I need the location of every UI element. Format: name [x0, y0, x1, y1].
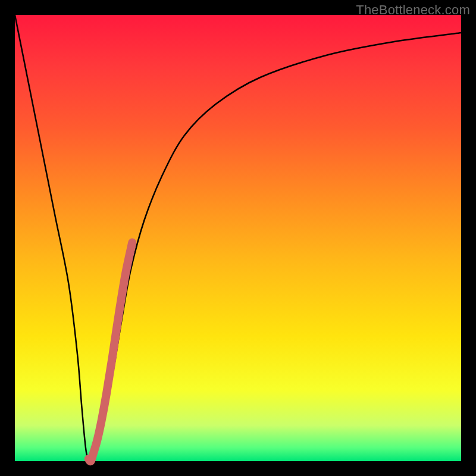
chart-frame: TheBottleneck.com — [0, 0, 476, 476]
bottleneck-curve-path — [15, 15, 461, 461]
highlight-segment-path — [89, 243, 133, 462]
plot-area — [15, 15, 461, 461]
chart-svg — [15, 15, 461, 461]
